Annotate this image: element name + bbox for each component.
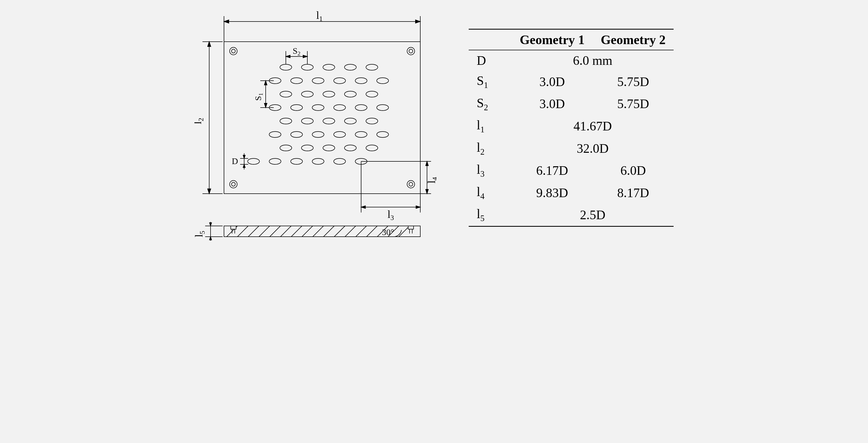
svg-point-58 [291, 158, 303, 164]
svg-marker-8 [208, 42, 211, 47]
svg-point-29 [280, 91, 292, 97]
svg-line-100 [356, 226, 367, 237]
svg-point-59 [312, 158, 324, 164]
param-S2: S2 [469, 93, 512, 115]
svg-line-98 [334, 226, 345, 237]
val-l3-g1: 6.17D [512, 159, 593, 182]
val-D: 6.0 mm [512, 50, 674, 70]
svg-line-93 [280, 226, 291, 237]
param-l5: l5 [469, 204, 512, 226]
svg-line-101 [367, 226, 377, 237]
svg-point-17 [409, 182, 413, 186]
svg-point-53 [323, 145, 335, 151]
table-row: S1 3.0D 5.75D [469, 70, 674, 93]
val-l4-g2: 8.17D [593, 182, 674, 204]
svg-point-24 [291, 78, 303, 84]
svg-point-39 [377, 105, 389, 111]
svg-line-94 [291, 226, 302, 237]
val-S1-g1: 3.0D [512, 70, 593, 93]
svg-point-47 [312, 131, 324, 138]
svg-point-26 [334, 78, 345, 84]
plate-outline [224, 42, 420, 194]
svg-point-25 [312, 78, 324, 84]
svg-line-90 [248, 226, 259, 237]
param-l2: l2 [469, 137, 512, 159]
svg-point-22 [366, 64, 378, 70]
table-row: l2 32.0D [469, 137, 674, 159]
svg-point-43 [344, 118, 356, 124]
svg-point-36 [312, 105, 324, 111]
svg-point-15 [231, 182, 235, 186]
param-S1: S1 [469, 70, 512, 93]
table-row: l3 6.17D 6.0D [469, 159, 674, 182]
table-row: S2 3.0D 5.75D [469, 93, 674, 115]
val-l3-g2: 6.0D [593, 159, 674, 182]
parameters-table: Geometry 1 Geometry 2 D 6.0 mm S1 3.0D 5… [469, 29, 674, 227]
svg-point-28 [377, 78, 389, 84]
svg-rect-105 [231, 226, 236, 229]
svg-marker-9 [208, 189, 211, 194]
corner-holes [230, 47, 415, 188]
svg-point-33 [366, 91, 378, 97]
svg-line-89 [238, 226, 248, 237]
table-row: l4 9.83D 8.17D [469, 182, 674, 204]
svg-point-50 [377, 131, 389, 138]
svg-marker-76 [243, 164, 245, 168]
svg-point-42 [323, 118, 335, 124]
table-row: D 6.0 mm [469, 50, 674, 70]
svg-point-38 [355, 105, 367, 111]
val-S1-g2: 5.75D [593, 70, 674, 93]
angle-label: 30° [382, 227, 394, 237]
dim-S2: S2 [292, 46, 300, 57]
svg-marker-70 [264, 81, 267, 85]
svg-point-10 [230, 47, 237, 55]
svg-marker-86 [416, 206, 420, 208]
svg-point-27 [355, 78, 367, 84]
engineering-drawing: l1 l2 [194, 11, 436, 245]
val-l1: 41.67D [512, 115, 674, 137]
svg-point-48 [334, 131, 345, 138]
svg-rect-108 [408, 226, 413, 229]
svg-point-37 [334, 105, 345, 111]
table-header-row: Geometry 1 Geometry 2 [469, 29, 674, 50]
dim-D: D [232, 156, 238, 166]
col-geometry-2: Geometry 2 [593, 29, 674, 50]
svg-point-12 [407, 47, 415, 55]
svg-point-14 [230, 180, 237, 188]
param-l1: l1 [469, 115, 512, 137]
svg-marker-65 [286, 55, 290, 58]
svg-point-56 [248, 158, 259, 164]
dim-l5: l5 [194, 231, 206, 237]
svg-marker-81 [426, 189, 428, 194]
dim-l1: l1 [316, 11, 323, 23]
svg-point-30 [302, 91, 313, 97]
svg-marker-4 [415, 20, 420, 23]
svg-point-55 [366, 145, 378, 151]
param-l4: l4 [469, 182, 512, 204]
svg-line-92 [270, 226, 280, 237]
val-S2-g1: 3.0D [512, 93, 593, 115]
svg-marker-115 [210, 237, 212, 240]
svg-point-13 [409, 49, 413, 53]
val-S2-g2: 5.75D [593, 93, 674, 115]
svg-point-60 [334, 158, 345, 164]
svg-line-96 [313, 226, 323, 237]
dim-S1: S1 [253, 93, 264, 101]
geometry-table: Geometry 1 Geometry 2 D 6.0 mm S1 3.0D 5… [469, 29, 674, 227]
svg-marker-3 [224, 20, 229, 23]
svg-point-51 [280, 145, 292, 151]
hole-array [248, 64, 389, 164]
svg-point-18 [280, 64, 292, 70]
svg-line-97 [323, 226, 334, 237]
svg-marker-71 [264, 103, 267, 108]
svg-point-57 [269, 158, 281, 164]
svg-marker-75 [243, 155, 245, 158]
svg-point-54 [344, 145, 356, 151]
dim-l2: l2 [194, 118, 205, 124]
svg-point-21 [344, 64, 356, 70]
val-l4-g1: 9.83D [512, 182, 593, 204]
svg-marker-66 [303, 55, 307, 58]
plate-drawing: l1 l2 [194, 11, 436, 245]
svg-line-95 [302, 226, 313, 237]
svg-point-31 [323, 91, 335, 97]
